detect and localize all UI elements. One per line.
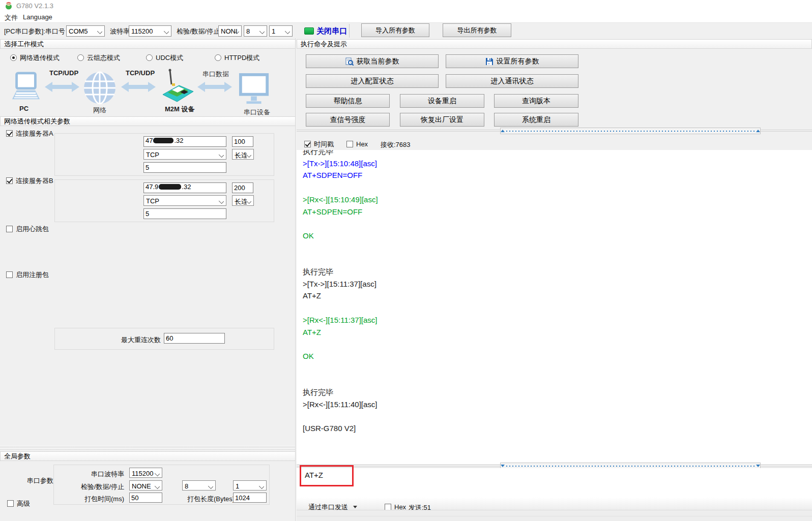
set-all-params-button[interactable]: n设置所有参数 bbox=[446, 54, 578, 68]
server-b-port-input[interactable] bbox=[232, 182, 253, 193]
chevron-down-icon bbox=[219, 199, 224, 204]
collapse-down-icon[interactable] bbox=[756, 465, 760, 467]
server-b-address-input[interactable]: 47.9.32 bbox=[143, 182, 226, 193]
serial-databits-select[interactable]: 8 bbox=[182, 480, 216, 491]
log-line: [USR-G780 V2] bbox=[303, 422, 810, 435]
radio-icon bbox=[146, 54, 153, 61]
timestamp-checkbox[interactable]: 时间戳 bbox=[304, 140, 334, 148]
chevron-down-icon bbox=[208, 484, 213, 489]
chevron-down-icon bbox=[259, 29, 265, 34]
packtime-input[interactable] bbox=[129, 493, 162, 503]
parity-select[interactable]: NONI bbox=[218, 25, 242, 37]
reconnect-group: 最大重连次数 bbox=[54, 328, 274, 350]
work-mode-radio-3[interactable]: HTTPD模式 bbox=[215, 54, 259, 62]
work-mode-radio-1[interactable]: 云组态模式 bbox=[77, 54, 120, 62]
serial-baud-select[interactable]: 115200 bbox=[129, 468, 162, 478]
server-b-timeout-input[interactable] bbox=[143, 208, 226, 219]
network-globe-icon bbox=[83, 71, 117, 105]
baud-select[interactable]: 115200 bbox=[129, 25, 171, 37]
server-a-port-input[interactable] bbox=[232, 136, 253, 147]
redaction-mark bbox=[153, 138, 173, 143]
collapse-down-icon[interactable] bbox=[501, 465, 505, 467]
redaction-mark bbox=[159, 184, 181, 190]
left-splitter[interactable] bbox=[0, 448, 295, 450]
send-input-area[interactable] bbox=[297, 468, 812, 510]
factory-reset-button[interactable]: 恢复出厂设置 bbox=[400, 113, 484, 127]
log-line: >[Tx->][15:11:37][asc] bbox=[303, 278, 810, 290]
reconnect-input[interactable] bbox=[164, 333, 225, 344]
work-mode-label: 云组态模式 bbox=[87, 54, 120, 62]
button-label: 查信号强度 bbox=[330, 115, 366, 125]
databits-select[interactable]: 8 bbox=[244, 25, 267, 37]
packlen-input[interactable] bbox=[233, 493, 267, 503]
menu-file[interactable]: 文件 bbox=[5, 13, 18, 22]
checkbox-icon bbox=[7, 500, 14, 507]
m2m-device-icon bbox=[162, 68, 193, 105]
import-params-button[interactable]: 导入所有参数 bbox=[361, 23, 429, 37]
server-b-group: 地址和端口 47.9.32 连接类型 TCP 长连接 超时时间(秒) bbox=[54, 179, 274, 222]
log-output[interactable]: 执行完毕>[Tx->][15:10:48][asc]AT+SDPEN=OFF >… bbox=[297, 150, 812, 464]
server-a-checkbox[interactable]: 连接服务器A bbox=[6, 130, 53, 137]
stopbits-select[interactable]: 1 bbox=[269, 25, 293, 37]
close-port-button[interactable]: 关闭串口 bbox=[316, 26, 347, 36]
server-b-checkbox[interactable]: 连接服务器B bbox=[6, 177, 53, 185]
app-icon bbox=[5, 2, 13, 10]
diagram-m2m-label: M2M 设备 bbox=[165, 105, 195, 114]
server-b-type-select[interactable]: TCP bbox=[143, 195, 226, 206]
enter-config-state-button[interactable]: 进入配置状态 bbox=[306, 74, 439, 88]
log-line: >[Tx->][15:10:48][asc] bbox=[303, 158, 810, 170]
serial-parity-select[interactable]: NONE bbox=[129, 480, 162, 491]
serial-device-icon bbox=[238, 72, 270, 107]
serial-stopbits-select[interactable]: 1 bbox=[233, 480, 267, 491]
port-open-indicator bbox=[304, 27, 314, 35]
serial-params-group: 串口波特率 115200 检验/数据/停止 NONE 8 1 打包时间(ms) … bbox=[53, 465, 270, 505]
toolbar-separator bbox=[349, 24, 350, 38]
button-label: 系统重启 bbox=[522, 115, 550, 125]
server-a-timeout-input[interactable] bbox=[143, 162, 226, 173]
checkbox-icon bbox=[6, 226, 13, 232]
diagram-serial-label: 串口设备 bbox=[244, 108, 270, 117]
work-mode-radio-0[interactable]: 网络透传模式 bbox=[10, 54, 60, 62]
com-port-select[interactable]: COM5 bbox=[66, 25, 105, 37]
app-window: G780 V2.1.3 文件 Language [PC串口参数]:串口号 COM… bbox=[0, 0, 812, 521]
log-line: AT+SDPEN=OFF bbox=[303, 206, 810, 218]
serial-baud-label: 串口波特率 bbox=[91, 470, 124, 479]
log-line: 执行完毕 bbox=[303, 386, 810, 399]
menu-language[interactable]: Language bbox=[23, 13, 52, 21]
query-signal-button[interactable]: 查信号强度 bbox=[306, 113, 390, 127]
server-a-address-input[interactable]: 47.32 bbox=[143, 136, 226, 147]
save-icon: n bbox=[485, 57, 494, 66]
log-splitter-handle[interactable] bbox=[500, 128, 761, 134]
work-mode-label: HTTPD模式 bbox=[224, 54, 259, 62]
heartbeat-checkbox[interactable]: 启用心跳包 bbox=[6, 225, 49, 233]
checkbox-icon bbox=[6, 130, 13, 137]
export-params-button[interactable]: 导出所有参数 bbox=[443, 23, 511, 37]
get-current-params-button[interactable]: 获取当前参数 bbox=[306, 54, 439, 68]
button-label: 恢复出厂设置 bbox=[421, 115, 463, 125]
work-mode-radio-2[interactable]: UDC模式 bbox=[146, 54, 183, 62]
enter-comm-state-button[interactable]: 进入通讯状态 bbox=[446, 74, 578, 88]
left-splitter[interactable] bbox=[0, 446, 295, 447]
log-line bbox=[303, 374, 810, 386]
status-strip bbox=[297, 510, 812, 521]
query-version-button[interactable]: 查询版本 bbox=[494, 94, 578, 108]
server-a-connmode-select[interactable]: 长连接 bbox=[232, 149, 254, 160]
window-title: G780 V2.1.3 bbox=[16, 2, 53, 10]
radio-icon bbox=[10, 54, 17, 61]
arrow-left-right-icon bbox=[45, 80, 79, 94]
work-mode-header: 选择工作模式 bbox=[0, 39, 296, 49]
register-checkbox[interactable]: 启用注册包 bbox=[6, 271, 49, 279]
collapse-up-icon[interactable] bbox=[756, 130, 760, 132]
help-info-button[interactable]: 帮助信息 bbox=[306, 94, 390, 108]
log-hex-checkbox[interactable]: Hex bbox=[346, 140, 368, 148]
collapse-up-icon[interactable] bbox=[501, 130, 505, 132]
advanced-checkbox[interactable]: 高级 bbox=[7, 500, 30, 507]
chevron-down-icon bbox=[155, 484, 160, 489]
system-restart-button[interactable]: 系统重启 bbox=[494, 113, 578, 127]
server-b-connmode-select[interactable]: 长连接 bbox=[232, 195, 254, 206]
work-mode-label: UDC模式 bbox=[156, 54, 183, 62]
button-label: 进入配置状态 bbox=[351, 77, 394, 86]
log-line bbox=[303, 302, 810, 314]
server-a-type-select[interactable]: TCP bbox=[143, 149, 226, 160]
device-restart-button[interactable]: 设备重启 bbox=[400, 94, 484, 108]
